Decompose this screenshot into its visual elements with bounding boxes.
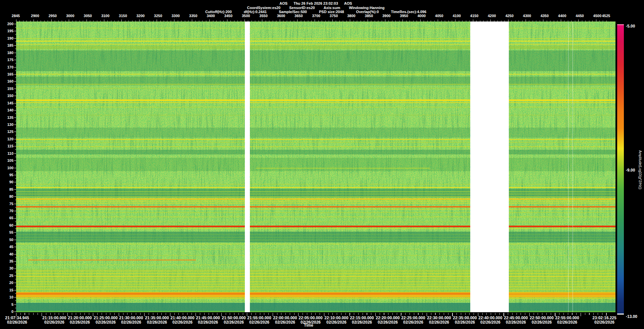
spectral-band — [16, 74, 615, 75]
spectral-band — [16, 44, 615, 45]
spectral-band — [16, 41, 615, 42]
time-label: 22:45:00.00002/26/2026 — [504, 316, 528, 325]
spectral-band — [16, 102, 615, 103]
top-axis-tick-label: 3400 — [207, 14, 215, 18]
frequency-tick-label: 125 — [0, 130, 13, 134]
date-value: 02/26/2026 — [453, 320, 477, 325]
frequency-tick-label: 75 — [0, 202, 13, 206]
spectral-band — [16, 142, 615, 143]
frequency-tick-label: 40 — [0, 252, 13, 256]
spectral-band — [16, 240, 615, 240]
spectral-band — [16, 187, 615, 188]
data-gap — [470, 21, 509, 312]
frequency-tick-label: 30 — [0, 266, 13, 270]
spectral-band — [16, 249, 615, 250]
spectral-band — [16, 209, 615, 209]
top-axis-tick-label: 3900 — [382, 14, 390, 18]
time-label: 22:35:00.00002/26/2026 — [453, 316, 477, 325]
colorbar-bottom-cap — [617, 314, 624, 315]
header-info-line: CoordSystem:es20SensorID:es20Axis:sumWin… — [16, 6, 615, 10]
spectral-band — [16, 279, 615, 279]
time-label: 22:15:00.00002/26/2026 — [350, 316, 374, 325]
spectral-band — [16, 311, 615, 312]
spectral-band — [16, 139, 615, 140]
frequency-tick-label: 190 — [0, 36, 13, 40]
frequency-tick-label: 175 — [0, 58, 13, 62]
frequency-tick-label: 165 — [0, 72, 13, 76]
frequency-tick-label: 35 — [0, 259, 13, 263]
top-axis-tick-label: 4100 — [452, 14, 461, 18]
frequency-tick-label: 90 — [0, 180, 13, 184]
time-label: 22:40:00.00002/26/2026 — [478, 316, 502, 325]
time-label: 22:20:00.00002/26/2026 — [376, 316, 399, 325]
spectral-band — [16, 271, 615, 271]
vertical-artifact-line — [568, 21, 569, 312]
time-label: 22:30:00.00002/26/2026 — [427, 316, 451, 325]
top-axis-tick-label: 4400 — [558, 14, 566, 18]
frequency-tick-label: 5 — [0, 302, 13, 307]
date-value: 02/26/2026 — [350, 320, 374, 325]
frequency-tick-label: 20 — [0, 281, 13, 285]
spectral-band — [16, 298, 615, 299]
header-param-line: Cuttoff(Hz):200df(Hz):0.2441Sample/Sec:5… — [16, 10, 615, 14]
top-axis-tick-label: 3950 — [400, 14, 408, 18]
spectral-band — [16, 196, 615, 197]
date-value: 02/26/2026 — [222, 320, 246, 325]
frequency-tick-label: 160 — [0, 79, 13, 83]
frequency-tick-label: 100 — [0, 166, 13, 170]
top-axis-tick-label: 3000 — [66, 14, 74, 18]
spectral-band — [16, 276, 615, 277]
colorbar — [617, 24, 624, 314]
date-value: 02/26/2026 — [478, 320, 502, 325]
spectral-band — [16, 115, 615, 115]
time-label: 22:50:00.00002/26/2026 — [530, 316, 553, 325]
spectral-band — [16, 50, 615, 71]
spectral-band — [16, 146, 615, 147]
frequency-tick-label: 80 — [0, 194, 13, 198]
time-label: 23:02:16.22502/26/2026 — [592, 316, 616, 325]
time-label: 21:20:00.00002/26/2026 — [68, 316, 92, 325]
title-segment: AOS — [279, 1, 287, 5]
top-axis-tick-label: 4200 — [488, 14, 496, 18]
title-segment: AOS — [344, 1, 352, 5]
spectral-band — [16, 228, 615, 229]
frequency-tick-label: 50 — [0, 238, 13, 242]
vertical-artifact-line — [573, 21, 573, 312]
frequency-tick-label: 115 — [0, 144, 13, 148]
spectral-band — [16, 244, 615, 244]
spectral-band — [256, 168, 430, 169]
time-label: 21:07:34.94502/26/2026 — [5, 316, 29, 325]
top-axis-tick-label: 3800 — [347, 14, 355, 18]
top-axis-tick-label: 4000 — [418, 14, 426, 18]
date-value: 02/26/2026 — [247, 320, 271, 325]
colorbar-title: Amplitude(Log10(g^2/Hz)) — [638, 150, 642, 189]
frequency-tick-label: 155 — [0, 87, 13, 91]
frequency-tick-label: 45 — [0, 245, 13, 249]
spectral-band — [16, 99, 615, 101]
spectral-band — [16, 212, 615, 213]
top-axis-tick-label: 4150 — [470, 14, 478, 18]
spectral-band — [16, 184, 615, 185]
spectral-band — [16, 107, 615, 107]
spectral-band — [16, 286, 615, 287]
param-segment: df(Hz):0.2441 — [244, 10, 267, 14]
frequency-tick-label: 65 — [0, 216, 13, 220]
frequency-tick-label: 170 — [0, 65, 13, 69]
spectral-band — [16, 301, 615, 301]
spectral-band — [16, 194, 615, 194]
top-axis-tick-label: 4050 — [435, 14, 443, 18]
info-segment: Windowing:Hanning — [349, 6, 384, 10]
top-axis-tick-label: 3500 — [242, 14, 250, 18]
time-label: 22:00:00.00002/26/2026 — [273, 316, 297, 325]
window-title: AOSThu 26 Feb 2026 23:02:03AOS — [16, 1, 615, 5]
time-label: 22:10:00.00002/26/2026 — [324, 316, 348, 325]
date-value: 02/26/2026 — [42, 320, 66, 325]
param-segment: Overlap(%):0 — [356, 10, 379, 14]
time-label: 21:50:00.00002/26/2026 — [222, 316, 246, 325]
top-axis-tick-label: 4500 — [593, 14, 601, 18]
top-axis-tick-label: 4525 — [602, 14, 610, 18]
top-axis-tick-label: 3450 — [224, 14, 232, 18]
frequency-tick-label: 145 — [0, 101, 13, 105]
top-axis-tick-label: 3600 — [277, 14, 285, 18]
date-value: 02/26/2026 — [592, 320, 616, 325]
